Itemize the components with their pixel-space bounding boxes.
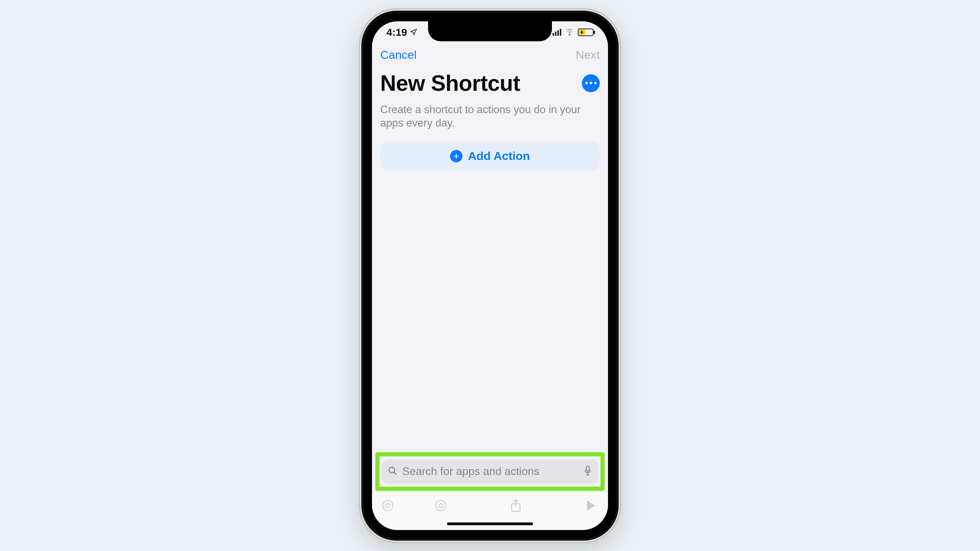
- location-arrow-icon: [410, 27, 417, 38]
- search-highlight-annotation: Search for apps and actions: [375, 452, 605, 491]
- nav-bar: Cancel Next: [372, 43, 608, 64]
- cancel-button[interactable]: Cancel: [380, 48, 417, 62]
- home-indicator[interactable]: [447, 522, 533, 525]
- svg-point-0: [389, 467, 395, 473]
- title-row: New Shortcut: [372, 64, 608, 98]
- cellular-bars-icon: [553, 29, 561, 36]
- more-ellipsis-icon: [584, 82, 598, 84]
- svg-point-5: [383, 500, 393, 511]
- wifi-icon: [565, 27, 574, 38]
- svg-rect-2: [586, 466, 589, 471]
- share-button[interactable]: [508, 499, 523, 513]
- page-title: New Shortcut: [380, 70, 520, 96]
- search-input[interactable]: Search for apps and actions: [382, 459, 598, 484]
- battery-charging-icon: [578, 29, 593, 36]
- search-icon: [388, 466, 398, 477]
- next-button[interactable]: Next: [576, 48, 600, 62]
- play-button[interactable]: [583, 500, 598, 511]
- phone-device-mock: 4:19: [359, 8, 621, 543]
- phone-screen: 4:19: [372, 21, 608, 530]
- add-action-button[interactable]: Add Action: [380, 142, 600, 171]
- svg-point-6: [436, 500, 446, 511]
- redo-button[interactable]: [433, 499, 449, 513]
- page-subtitle: Create a shortcut to actions you do in y…: [372, 98, 608, 130]
- search-placeholder: Search for apps and actions: [402, 465, 578, 478]
- bottom-toolbar: [372, 492, 608, 530]
- status-time: 4:19: [387, 27, 407, 38]
- screen-content: Cancel Next New Shortcut Create a shortc…: [372, 21, 608, 530]
- svg-line-1: [394, 472, 396, 474]
- add-action-label: Add Action: [468, 149, 530, 163]
- microphone-icon[interactable]: [583, 465, 592, 478]
- undo-button[interactable]: [380, 499, 395, 513]
- status-right: [553, 27, 593, 38]
- more-button[interactable]: [582, 74, 600, 92]
- notch: [428, 21, 552, 41]
- plus-circle-icon: [450, 150, 463, 162]
- status-left: 4:19: [387, 27, 417, 38]
